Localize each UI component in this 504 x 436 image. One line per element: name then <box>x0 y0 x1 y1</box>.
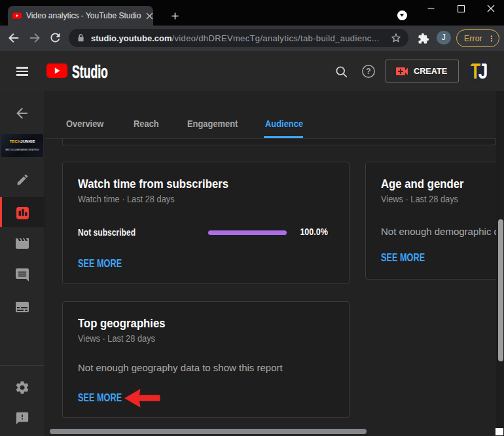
profile-initial: J <box>437 31 451 45</box>
tab-overview[interactable]: Overview <box>66 118 103 129</box>
forward-arrow-glyph <box>28 31 41 45</box>
card-above-sliver <box>62 139 495 145</box>
browser-toolbar: studio.youtube.com/video/dhDREVmecTg/ana… <box>0 26 504 51</box>
thumbnail-caption-row: BEST DOCUMENTARIES ON NETFLIX <box>1 149 43 154</box>
url-path: /video/dhDREVmecTg/analytics/tab-build_a… <box>172 33 380 43</box>
close-x-glyph <box>487 5 495 12</box>
watch-time-card: Watch time from subscribers Watch time ·… <box>62 162 350 284</box>
back-arrow-glyph <box>7 31 20 45</box>
tab-reach[interactable]: Reach <box>134 118 159 129</box>
window-maximize-button[interactable] <box>446 0 475 17</box>
back-button[interactable] <box>5 29 22 46</box>
minimize-glyph <box>427 5 435 12</box>
url-host: studio.youtube.com <box>91 33 172 43</box>
back-arrow-glyph <box>16 107 28 119</box>
scrollbar-corner <box>495 428 503 435</box>
forward-button[interactable] <box>26 29 43 46</box>
sidebar-feedback-icon[interactable] <box>0 412 45 424</box>
thumbnail-brand: TECHJUNKIE <box>10 139 35 143</box>
studio-sidebar: TECHJUNKIE BEST DOCUMENTARIES ON NETFLIX <box>0 91 45 436</box>
window-close-button[interactable] <box>477 0 504 17</box>
thumbnail-brand-row: TECHJUNKIE <box>1 139 43 147</box>
sidebar-comments-icon[interactable] <box>0 269 45 281</box>
address-bar[interactable]: studio.youtube.com/video/dhDREVmecTg/ana… <box>69 29 408 47</box>
create-video-icon <box>394 64 410 79</box>
maximize-glyph <box>458 5 465 12</box>
plus-glyph <box>171 12 179 20</box>
new-tab-button[interactable] <box>168 9 182 22</box>
sidebar-content-icon[interactable] <box>0 238 45 249</box>
reload-glyph <box>48 31 62 45</box>
create-button[interactable]: CREATE <box>386 60 459 82</box>
error-label: Error <box>464 34 482 43</box>
sidebar-divider <box>0 365 45 366</box>
lock-icon <box>77 33 85 42</box>
thumbnail-caption: BEST DOCUMENTARIES ON NETFLIX <box>5 149 39 151</box>
bar-row-label: Not subscribed <box>78 227 135 238</box>
chevron-down-glyph <box>399 12 405 18</box>
window-minimize-button[interactable] <box>417 0 445 16</box>
tab-audience-active[interactable]: Audience <box>265 118 303 129</box>
card-subtitle: Watch time · Last 28 days <box>78 194 175 204</box>
see-more-link[interactable]: SEE MORE <box>381 252 425 264</box>
video-thumbnail[interactable]: TECHJUNKIE BEST DOCUMENTARIES ON NETFLIX <box>1 134 43 157</box>
bookmark-star-icon[interactable] <box>390 32 402 44</box>
card-message: Not enough geography data to show this r… <box>78 362 283 373</box>
age-gender-card: Age and gender Views · Last 28 days Not … <box>365 162 496 280</box>
pencil-glyph <box>16 173 29 187</box>
youtube-logo[interactable] <box>46 64 67 78</box>
extensions-puzzle-icon[interactable] <box>418 33 429 45</box>
sidebar-subtitles-icon[interactable] <box>0 301 45 313</box>
browser-tab[interactable]: Video analytics - YouTube Studio <box>8 6 153 26</box>
menu-dots-icon <box>487 34 496 43</box>
see-more-link[interactable]: SEE MORE <box>78 258 122 270</box>
analytics-icon <box>16 207 29 219</box>
help-icon[interactable]: ? <box>361 64 376 79</box>
card-title: Watch time from subscribers <box>78 177 228 191</box>
gear-glyph <box>14 380 30 395</box>
tab-close-icon[interactable] <box>144 10 154 21</box>
subtitles-glyph <box>14 299 30 315</box>
selected-stripe <box>0 197 2 227</box>
tab-title: Video analytics - YouTube Studio <box>26 11 142 20</box>
analytics-content: Overview Reach Engagement Audience Watch… <box>45 91 496 436</box>
bar-row-bar <box>208 230 287 235</box>
sidebar-details-pencil-icon[interactable] <box>0 173 45 185</box>
card-title: Age and gender <box>381 177 464 191</box>
hamburger-bar <box>16 71 28 73</box>
vertical-scrollbar-thumb[interactable] <box>498 219 503 361</box>
card-title: Top geographies <box>78 317 166 331</box>
see-more-link[interactable]: SEE MORE <box>78 392 122 404</box>
card-subtitle: Views · Last 28 days <box>381 194 458 204</box>
card-subtitle: Views · Last 28 days <box>78 333 155 344</box>
browser-profile-avatar[interactable]: J <box>437 31 451 45</box>
sidebar-analytics-item-selected[interactable] <box>0 197 45 227</box>
top-geographies-card: Top geographies Views · Last 28 days Not… <box>62 301 350 418</box>
media-controls-icon[interactable] <box>397 10 407 20</box>
horizontal-scrollbar-thumb[interactable] <box>50 429 367 435</box>
sidebar-settings-gear-icon[interactable] <box>0 381 45 394</box>
create-label: CREATE <box>414 66 447 76</box>
reload-button[interactable] <box>47 29 63 46</box>
close-x-glyph <box>146 12 153 20</box>
annotation-red-arrow <box>124 388 161 408</box>
browser-menu-error-button[interactable]: Error <box>456 29 499 47</box>
hamburger-menu-icon[interactable] <box>16 67 28 76</box>
browser-window: Video analytics - YouTube Studio <box>0 0 504 436</box>
tab-engagement[interactable]: Engagement <box>187 118 238 129</box>
hamburger-bar <box>16 74 28 76</box>
studio-header: Studio ? CREATE TJ <box>0 51 504 91</box>
sidebar-back-arrow[interactable] <box>0 107 45 119</box>
thumbnail-brand-right: JUNKIE <box>20 139 35 143</box>
svg-text:?: ? <box>366 67 370 76</box>
studio-brand-text[interactable]: Studio <box>72 62 108 82</box>
card-message: Not enough demographic data to show this… <box>381 226 496 237</box>
avatar-letter-j: J <box>478 61 488 82</box>
browser-titlebar: Video analytics - YouTube Studio <box>0 0 504 26</box>
bar-row-value: 100.0% <box>300 226 328 237</box>
bar-chart-glyph <box>16 207 29 219</box>
search-icon[interactable] <box>334 65 348 79</box>
channel-avatar[interactable]: TJ <box>469 61 490 82</box>
thumbnail-brand-left: TECH <box>10 139 20 143</box>
feedback-bubble-glyph <box>15 411 29 426</box>
